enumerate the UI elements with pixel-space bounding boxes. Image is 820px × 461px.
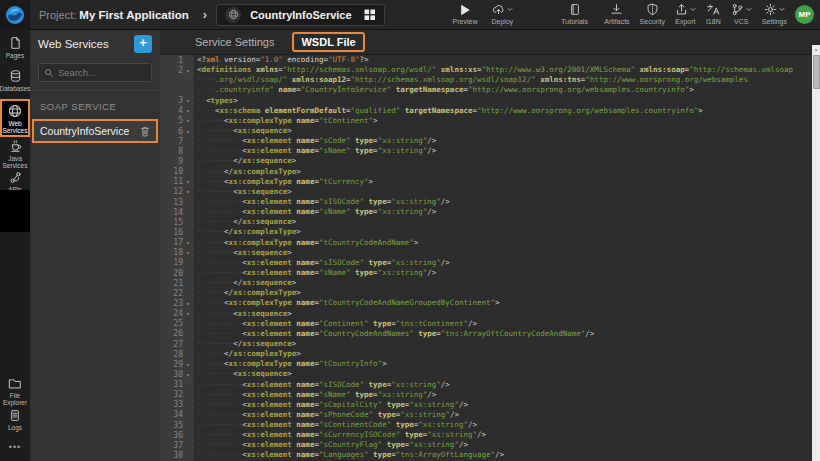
code-text: ········<xs:sequence> <box>194 309 292 319</box>
code-line: 17▾······<xs:complexType name="tCountryC… <box>160 238 812 248</box>
gutter-cell: 30▾ <box>160 369 194 379</box>
fold-toggle-icon[interactable]: ▾ <box>183 178 193 185</box>
project-breadcrumb: Project:My First Application <box>39 9 189 21</box>
fold-toggle-icon[interactable]: ▾ <box>183 188 193 195</box>
gutter-cell: 32 <box>160 390 194 400</box>
app-window: Project:My First Application › CountryIn… <box>0 0 820 461</box>
tab-service-settings[interactable]: Service Settings <box>195 36 274 48</box>
code-text: ··········<xs:element name="Continent" t… <box>194 319 477 329</box>
indent-guide: ·········· <box>197 146 242 155</box>
search-input[interactable] <box>58 67 146 78</box>
sidebar-item-logs[interactable]: Logs <box>0 409 30 431</box>
fold-toggle-icon[interactable]: ▾ <box>183 310 193 317</box>
gutter-cell: 27 <box>160 339 194 349</box>
sidebar-item-databases[interactable]: Databases <box>0 69 30 92</box>
i18n-label: I18N <box>706 18 721 25</box>
code-line: 20··········<xs:element name="sName" typ… <box>160 268 812 278</box>
delete-service-button[interactable] <box>140 126 150 137</box>
code-text: <?xml version="1.0" encoding="UTF-8"?> <box>194 55 369 65</box>
gutter-cell: 31 <box>160 380 194 390</box>
tab-wsdl-file[interactable]: WSDL File <box>292 32 364 52</box>
code-line: 35··········<xs:element name="sContinent… <box>160 420 812 430</box>
gutter-cell: 36 <box>160 430 194 440</box>
editor-scrollbar[interactable]: ▴ <box>812 45 820 461</box>
indent-guide: ······ <box>197 298 224 307</box>
app-logo[interactable] <box>0 0 30 30</box>
sidebar-item-file-explorer[interactable]: File Explorer <box>0 377 30 406</box>
line-number: 36 <box>160 431 183 440</box>
code-line: 12▾········<xs:sequence> <box>160 187 812 197</box>
sidebar-item-pages[interactable]: Pages <box>0 36 30 59</box>
line-number: 33 <box>160 400 183 409</box>
fold-toggle-icon[interactable]: ▾ <box>183 249 193 256</box>
gutter-cell: 34 <box>160 410 194 420</box>
gutter-cell: 3▾ <box>160 96 194 106</box>
artifacts-button[interactable]: Artifacts <box>604 0 629 25</box>
fold-toggle-icon[interactable]: ▾ <box>183 361 193 368</box>
i18n-button[interactable]: I18N <box>706 0 721 25</box>
code-line: 8··········<xs:element name="sName" type… <box>160 146 812 156</box>
sidebar-item-web-services[interactable]: Web Services <box>0 99 30 137</box>
gutter-cell: 24▾ <box>160 309 194 319</box>
line-number: 1 <box>160 56 183 65</box>
indent-guide: ·· <box>197 96 206 105</box>
wsdl-code-editor[interactable]: 1<?xml version="1.0" encoding="UTF-8"?>2… <box>160 55 812 461</box>
sidebar-spacer <box>0 190 30 232</box>
code-line: 7··········<xs:element name="sCode" type… <box>160 136 812 146</box>
gutter-cell: 23▾ <box>160 298 194 308</box>
scrollbar-thumb[interactable] <box>813 55 820 89</box>
code-text: ········<xs:sequence> <box>194 126 292 136</box>
code-line: 10······</xs:complexType> <box>160 167 812 177</box>
export-button[interactable]: Export <box>675 0 696 25</box>
avatar[interactable]: MP <box>795 5 814 24</box>
grid-icon[interactable] <box>364 9 376 21</box>
indent-guide: ········ <box>197 126 233 135</box>
fold-toggle-icon[interactable]: ▾ <box>183 67 193 74</box>
fold-toggle-icon[interactable]: ▾ <box>183 300 193 307</box>
indent-guide: ········ <box>197 339 233 348</box>
line-number: 34 <box>160 410 183 419</box>
add-service-button[interactable]: + <box>134 35 152 53</box>
artifacts-label: Artifacts <box>604 18 629 25</box>
code-line: 27········</xs:sequence> <box>160 339 812 349</box>
preview-button[interactable]: Preview <box>453 0 478 25</box>
line-number: 10 <box>160 167 183 176</box>
settings-button[interactable]: Settings <box>762 0 787 25</box>
fold-toggle-icon[interactable]: ▾ <box>183 128 193 135</box>
globe-icon <box>225 7 241 23</box>
search-icon <box>44 68 54 78</box>
deploy-button[interactable]: Deploy <box>492 0 514 25</box>
line-number: 23 <box>160 299 183 308</box>
fold-toggle-icon[interactable]: ▾ <box>183 371 193 378</box>
folder-icon <box>8 377 22 390</box>
line-number: 31 <box>160 380 183 389</box>
gutter-cell: 2▾ <box>160 65 194 75</box>
indent-guide: ·········· <box>197 410 242 419</box>
indent-guide: ···· <box>197 75 215 84</box>
sidebar-overflow-dots[interactable]: ••• <box>0 442 30 452</box>
gutter-cell: 13 <box>160 197 194 207</box>
service-list-item[interactable]: CountryInfoService <box>32 119 158 143</box>
line-number: 37 <box>160 441 183 450</box>
code-line: 25··········<xs:element name="Continent"… <box>160 319 812 329</box>
tutorials-button[interactable]: Tutorials <box>561 0 588 25</box>
line-number: 35 <box>160 421 183 430</box>
project-name: My First Application <box>79 9 188 21</box>
search-box[interactable] <box>38 63 152 82</box>
sidebar-item-java-services[interactable]: Java Services <box>0 139 30 169</box>
code-text: ········</xs:sequence> <box>194 217 296 227</box>
service-tab[interactable]: CountryInfoService <box>216 4 384 26</box>
fold-toggle-icon[interactable]: ▾ <box>183 107 193 114</box>
fold-toggle-icon[interactable]: ▾ <box>183 97 193 104</box>
fold-toggle-icon[interactable]: ▾ <box>183 117 193 124</box>
fold-toggle-icon[interactable]: ▾ <box>183 239 193 246</box>
security-button[interactable]: Security <box>640 0 665 25</box>
code-text: ··········<xs:element name="sName" type=… <box>194 390 436 400</box>
panel-header: Web Services + <box>30 30 160 58</box>
vcs-button[interactable]: VCS <box>731 0 752 25</box>
scrollbar-up-arrow[interactable]: ▴ <box>812 45 820 54</box>
code-text: ··········<xs:element name="sCountryFlag… <box>194 440 468 450</box>
gutter-cell: 19 <box>160 258 194 268</box>
line-number: 12 <box>160 187 183 196</box>
indent-guide: ···· <box>197 106 215 115</box>
